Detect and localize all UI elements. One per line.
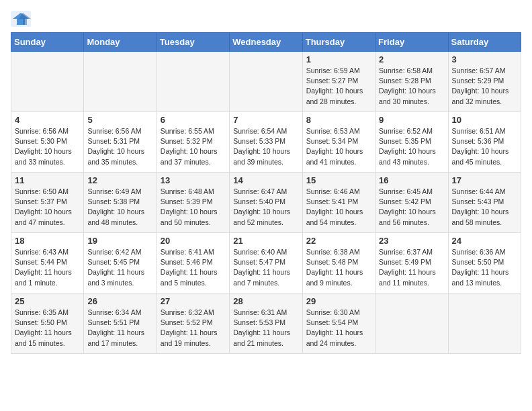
day-number: 22 [306, 236, 371, 246]
weekday-header: Saturday [448, 33, 521, 52]
calendar-cell: 3Sunrise: 6:57 AM Sunset: 5:29 PM Daylig… [448, 52, 521, 112]
day-number: 24 [452, 236, 517, 246]
weekday-header: Wednesday [230, 33, 302, 52]
day-number: 19 [87, 236, 152, 246]
day-number: 21 [233, 236, 298, 246]
day-number: 18 [15, 236, 80, 246]
calendar-cell: 27Sunrise: 6:32 AM Sunset: 5:52 PM Dayli… [157, 293, 229, 354]
calendar-cell: 14Sunrise: 6:47 AM Sunset: 5:40 PM Dayli… [230, 173, 302, 233]
day-info: Sunrise: 6:42 AM Sunset: 5:45 PM Dayligh… [87, 247, 152, 288]
day-info: Sunrise: 6:30 AM Sunset: 5:54 PM Dayligh… [306, 308, 371, 349]
calendar-cell: 18Sunrise: 6:43 AM Sunset: 5:44 PM Dayli… [11, 233, 84, 293]
calendar-cell: 10Sunrise: 6:51 AM Sunset: 5:36 PM Dayli… [448, 112, 521, 173]
day-number: 8 [306, 115, 371, 125]
calendar-cell [230, 52, 302, 112]
calendar-cell: 12Sunrise: 6:49 AM Sunset: 5:38 PM Dayli… [84, 173, 157, 233]
day-number: 10 [452, 115, 517, 125]
day-info: Sunrise: 6:54 AM Sunset: 5:33 PM Dayligh… [233, 126, 298, 167]
calendar-cell: 22Sunrise: 6:38 AM Sunset: 5:48 PM Dayli… [302, 233, 375, 293]
day-info: Sunrise: 6:41 AM Sunset: 5:46 PM Dayligh… [161, 247, 226, 288]
logo-icon [11, 11, 31, 27]
day-info: Sunrise: 6:52 AM Sunset: 5:35 PM Dayligh… [379, 126, 444, 167]
day-number: 1 [306, 54, 371, 64]
calendar-cell [448, 293, 521, 354]
day-number: 14 [233, 175, 298, 185]
day-number: 12 [87, 175, 152, 185]
weekday-header: Sunday [11, 33, 84, 52]
day-info: Sunrise: 6:37 AM Sunset: 5:49 PM Dayligh… [379, 247, 444, 288]
calendar-cell: 7Sunrise: 6:54 AM Sunset: 5:33 PM Daylig… [230, 112, 302, 173]
page-header [11, 11, 521, 27]
day-number: 27 [161, 296, 226, 306]
day-number: 17 [452, 175, 517, 185]
calendar-cell: 5Sunrise: 6:56 AM Sunset: 5:31 PM Daylig… [84, 112, 157, 173]
day-info: Sunrise: 6:43 AM Sunset: 5:44 PM Dayligh… [15, 247, 80, 288]
day-info: Sunrise: 6:59 AM Sunset: 5:27 PM Dayligh… [306, 66, 371, 107]
day-info: Sunrise: 6:47 AM Sunset: 5:40 PM Dayligh… [233, 187, 298, 228]
day-info: Sunrise: 6:35 AM Sunset: 5:50 PM Dayligh… [15, 308, 80, 349]
day-number: 20 [161, 236, 226, 246]
day-number: 23 [379, 236, 444, 246]
day-info: Sunrise: 6:55 AM Sunset: 5:32 PM Dayligh… [161, 126, 226, 167]
day-info: Sunrise: 6:53 AM Sunset: 5:34 PM Dayligh… [306, 126, 371, 167]
weekday-header: Monday [84, 33, 157, 52]
calendar-cell [11, 52, 84, 112]
calendar-cell: 9Sunrise: 6:52 AM Sunset: 5:35 PM Daylig… [375, 112, 448, 173]
calendar-cell: 11Sunrise: 6:50 AM Sunset: 5:37 PM Dayli… [11, 173, 84, 233]
day-info: Sunrise: 6:50 AM Sunset: 5:37 PM Dayligh… [15, 187, 80, 228]
weekday-header: Thursday [302, 33, 375, 52]
calendar-week-row: 11Sunrise: 6:50 AM Sunset: 5:37 PM Dayli… [11, 173, 521, 233]
day-number: 15 [306, 175, 371, 185]
day-number: 13 [161, 175, 226, 185]
logo [11, 11, 34, 27]
day-info: Sunrise: 6:45 AM Sunset: 5:42 PM Dayligh… [379, 187, 444, 228]
calendar-week-row: 18Sunrise: 6:43 AM Sunset: 5:44 PM Dayli… [11, 233, 521, 293]
calendar-week-row: 4Sunrise: 6:56 AM Sunset: 5:30 PM Daylig… [11, 112, 521, 173]
day-number: 29 [306, 296, 371, 306]
day-info: Sunrise: 6:49 AM Sunset: 5:38 PM Dayligh… [87, 187, 152, 228]
calendar-cell: 15Sunrise: 6:46 AM Sunset: 5:41 PM Dayli… [302, 173, 375, 233]
day-info: Sunrise: 6:46 AM Sunset: 5:41 PM Dayligh… [306, 187, 371, 228]
day-info: Sunrise: 6:34 AM Sunset: 5:51 PM Dayligh… [87, 308, 152, 349]
weekday-header-row: SundayMondayTuesdayWednesdayThursdayFrid… [11, 33, 521, 52]
weekday-header: Tuesday [157, 33, 229, 52]
day-info: Sunrise: 6:48 AM Sunset: 5:39 PM Dayligh… [161, 187, 226, 228]
day-number: 2 [379, 54, 444, 64]
calendar-week-row: 25Sunrise: 6:35 AM Sunset: 5:50 PM Dayli… [11, 293, 521, 354]
calendar-table: SundayMondayTuesdayWednesdayThursdayFrid… [11, 32, 521, 354]
day-info: Sunrise: 6:32 AM Sunset: 5:52 PM Dayligh… [161, 308, 226, 349]
day-number: 9 [379, 115, 444, 125]
day-info: Sunrise: 6:56 AM Sunset: 5:31 PM Dayligh… [87, 126, 152, 167]
calendar-cell [84, 52, 157, 112]
calendar-cell: 2Sunrise: 6:58 AM Sunset: 5:28 PM Daylig… [375, 52, 448, 112]
calendar-cell: 20Sunrise: 6:41 AM Sunset: 5:46 PM Dayli… [157, 233, 229, 293]
day-info: Sunrise: 6:38 AM Sunset: 5:48 PM Dayligh… [306, 247, 371, 288]
day-number: 3 [452, 54, 517, 64]
day-number: 5 [87, 115, 152, 125]
day-info: Sunrise: 6:31 AM Sunset: 5:53 PM Dayligh… [233, 308, 298, 349]
day-number: 6 [161, 115, 226, 125]
calendar-cell [157, 52, 229, 112]
day-number: 26 [87, 296, 152, 306]
calendar-cell: 28Sunrise: 6:31 AM Sunset: 5:53 PM Dayli… [230, 293, 302, 354]
day-info: Sunrise: 6:40 AM Sunset: 5:47 PM Dayligh… [233, 247, 298, 288]
day-number: 25 [15, 296, 80, 306]
weekday-header: Friday [375, 33, 448, 52]
calendar-cell: 25Sunrise: 6:35 AM Sunset: 5:50 PM Dayli… [11, 293, 84, 354]
calendar-cell: 13Sunrise: 6:48 AM Sunset: 5:39 PM Dayli… [157, 173, 229, 233]
day-info: Sunrise: 6:44 AM Sunset: 5:43 PM Dayligh… [452, 187, 517, 228]
day-number: 16 [379, 175, 444, 185]
day-info: Sunrise: 6:57 AM Sunset: 5:29 PM Dayligh… [452, 66, 517, 107]
calendar-cell: 21Sunrise: 6:40 AM Sunset: 5:47 PM Dayli… [230, 233, 302, 293]
day-number: 11 [15, 175, 80, 185]
calendar-cell: 24Sunrise: 6:36 AM Sunset: 5:50 PM Dayli… [448, 233, 521, 293]
calendar-cell: 29Sunrise: 6:30 AM Sunset: 5:54 PM Dayli… [302, 293, 375, 354]
calendar-cell: 16Sunrise: 6:45 AM Sunset: 5:42 PM Dayli… [375, 173, 448, 233]
calendar-cell: 17Sunrise: 6:44 AM Sunset: 5:43 PM Dayli… [448, 173, 521, 233]
day-info: Sunrise: 6:56 AM Sunset: 5:30 PM Dayligh… [15, 126, 80, 167]
calendar-cell [375, 293, 448, 354]
day-info: Sunrise: 6:58 AM Sunset: 5:28 PM Dayligh… [379, 66, 444, 107]
calendar-cell: 4Sunrise: 6:56 AM Sunset: 5:30 PM Daylig… [11, 112, 84, 173]
calendar-cell: 19Sunrise: 6:42 AM Sunset: 5:45 PM Dayli… [84, 233, 157, 293]
calendar-cell: 23Sunrise: 6:37 AM Sunset: 5:49 PM Dayli… [375, 233, 448, 293]
